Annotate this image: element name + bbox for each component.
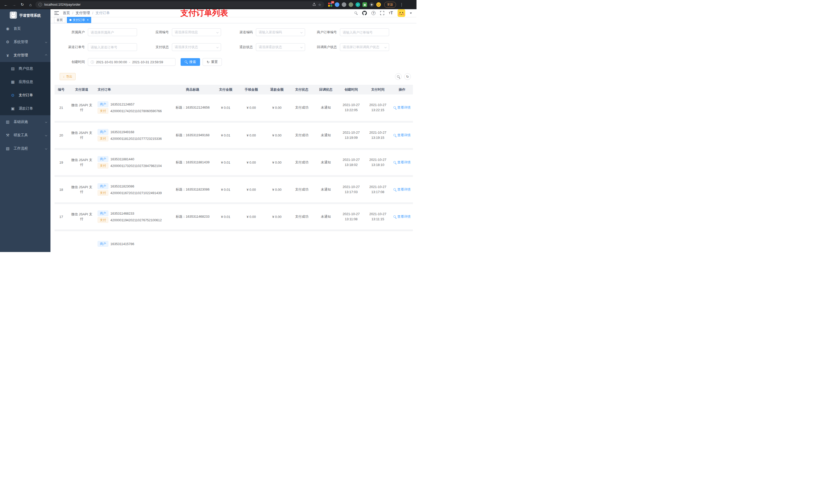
pay-order-icon: ⊙ — [10, 93, 15, 98]
search-button[interactable]: 搜索 — [181, 58, 200, 66]
browser-menu-dots-icon[interactable]: ⋮ — [398, 1, 405, 8]
cell-pay-status: 支付成功 — [290, 149, 314, 176]
cell-order: 商户1635311881440 支付4200001173202110272847… — [96, 149, 172, 176]
cell-title: 标题：1635311823086 — [172, 176, 213, 203]
merchant-tag: 商户 — [98, 211, 109, 216]
sidebar-item-refund-order[interactable]: ▣ 退款订单 — [0, 102, 50, 115]
col-pay-status: 支付状态 — [290, 85, 314, 95]
extension-check-icon[interactable]: ✓ — [356, 2, 360, 7]
reset-button[interactable]: ↻ 重置 — [203, 58, 222, 66]
tab-close-icon[interactable]: × — [87, 18, 89, 22]
browser-toolbar: ← → ↻ ⌂ i localhost:1024/pay/order ☆ 10 … — [0, 0, 416, 9]
view-detail-link[interactable]: 查看详情 — [394, 133, 411, 138]
view-detail-link[interactable]: 查看详情 — [394, 187, 411, 192]
filter-row-3: 创建时间 2021-10-01 00:00:00 - 2021-10-31 23… — [54, 58, 413, 66]
hide-search-button[interactable] — [395, 73, 402, 80]
merchant-input[interactable] — [88, 28, 137, 36]
cell-pay-amount: ¥ 0.01 — [213, 122, 238, 149]
user-avatar[interactable] — [398, 9, 405, 17]
date-range-picker[interactable]: 2021-10-01 00:00:00 - 2021-10-31 23:59:5… — [88, 58, 175, 66]
workflow-icon: ▧ — [5, 146, 10, 151]
chevron-down-icon — [45, 41, 47, 43]
extension-drop-icon[interactable] — [335, 2, 339, 7]
sidebar-item-workflow[interactable]: ▧ 工作流程 — [0, 142, 50, 155]
extension-badge: 10 — [331, 1, 334, 4]
sidebar-item-payment[interactable]: ¥ 支付管理 — [0, 49, 50, 62]
channel-order-no-label: 渠道订单号 — [54, 45, 88, 49]
profile-avatar-icon[interactable] — [376, 2, 381, 7]
sidebar-item-pay-order[interactable]: ⊙ 支付订单 — [0, 89, 50, 102]
cell-id: 19 — [54, 149, 68, 176]
col-action: 操作 — [391, 85, 413, 95]
merchant-tag: 商户 — [98, 156, 109, 162]
cell-pay-time: 2021-10-2713:17:08 — [364, 176, 391, 203]
export-button[interactable]: ↓ 导出 — [60, 73, 76, 80]
channel-code-select[interactable]: 请输入渠道编码 — [256, 28, 305, 36]
fullscreen-icon[interactable] — [380, 11, 384, 15]
back-icon[interactable]: ← — [3, 1, 9, 8]
avatar-caret-icon[interactable] — [410, 13, 412, 14]
view-detail-link[interactable]: 查看详情 — [394, 160, 411, 165]
address-bar[interactable]: i localhost:1024/pay/order ☆ — [35, 1, 324, 8]
cell-pay-status: 支付成功 — [290, 122, 314, 149]
reload-icon[interactable]: ↻ — [19, 1, 26, 8]
site-info-icon[interactable]: i — [39, 3, 42, 6]
sidebar-item-dashboard[interactable]: ◉ 首页 — [0, 22, 50, 35]
refresh-table-button[interactable]: ↻ — [404, 73, 411, 80]
tab-home[interactable]: 首页 — [54, 17, 65, 23]
github-icon[interactable] — [362, 11, 367, 15]
col-refund-amount: 退款金额 — [264, 85, 290, 95]
sidebar-item-app-info[interactable]: ▦ 应用信息 — [0, 75, 50, 89]
top-navbar: 首页 / 支付管理 / 支付订单 支付订单列表 ? — [50, 9, 416, 17]
cell-channel: 微信 JSAPI 支付 — [68, 95, 96, 122]
table-toolbar: ↓ 导出 ↻ — [54, 73, 413, 80]
search-icon[interactable] — [355, 11, 358, 15]
help-icon[interactable]: ? — [372, 11, 376, 15]
table-row: 21 微信 JSAPI 支付 商户1635312124657 支付4200001… — [54, 95, 413, 122]
orders-table: 编号 支付渠道 支付订单 商品标题 支付金额 手续金额 退款金额 支付状态 回调… — [54, 85, 413, 252]
sidebar-item-infrastructure[interactable]: ▥ 基础设施 — [0, 115, 50, 128]
extension-pin-icon[interactable]: ✚ — [370, 2, 374, 7]
merchant-tag: 商户 — [98, 241, 109, 247]
channel-order-no-input[interactable] — [88, 43, 137, 51]
pay-status-select[interactable]: 请选择支付状态 — [172, 43, 221, 51]
app-id-select[interactable]: 请选择应用信息 — [172, 28, 221, 36]
url-text[interactable]: localhost:1024/pay/order — [44, 3, 310, 6]
table-row: 20 微信 JSAPI 支付 商户1635311949168 支付4200001… — [54, 122, 413, 149]
hamburger-icon[interactable] — [50, 11, 63, 15]
home-icon[interactable]: ⌂ — [27, 1, 34, 8]
breadcrumb-home[interactable]: 首页 — [63, 11, 70, 15]
refresh-icon: ↻ — [207, 60, 210, 64]
bookmark-star-icon[interactable]: ☆ — [318, 3, 321, 7]
extension-olive-icon[interactable] — [349, 2, 353, 7]
cell-fee-amount: ¥ 0.00 — [238, 95, 264, 122]
update-button[interactable]: 更新 — [384, 2, 396, 8]
chevron-up-icon — [45, 54, 47, 56]
tags-view-bar: 首页 支付订单 × — [50, 17, 416, 23]
view-detail-link[interactable]: 查看详情 — [394, 214, 411, 219]
extension-gray-icon[interactable] — [342, 2, 346, 7]
cell-channel: 微信 JSAPI 支付 — [68, 149, 96, 176]
tab-pay-order[interactable]: 支付订单 × — [67, 17, 91, 23]
sidebar-item-devtools[interactable]: ⚒ 研发工具 — [0, 128, 50, 142]
extension-grid-icon[interactable]: 10 — [328, 2, 332, 7]
refund-status-select[interactable]: 请选择退款状态 — [256, 43, 305, 51]
extension-chat-icon[interactable]: ▣ — [362, 2, 367, 7]
table-row: 17 微信 JSAPI 支付 商户1635311468233 支付4200001… — [54, 203, 413, 230]
sidebar-item-merchant-info[interactable]: ▤ 商户信息 — [0, 62, 50, 75]
col-channel: 支付渠道 — [68, 85, 96, 95]
cell-notify-status: 未通知 — [314, 203, 338, 230]
share-icon[interactable] — [312, 3, 316, 7]
merchant-order-no-input[interactable] — [340, 28, 389, 36]
notify-status-select[interactable]: 请选择订单回调商户状态 — [340, 43, 389, 51]
breadcrumb-payment[interactable]: 支付管理 — [76, 11, 90, 15]
view-detail-link[interactable]: 查看详情 — [394, 105, 411, 110]
font-size-icon[interactable]: TT — [389, 11, 393, 15]
cell-refund-amount: ¥ 0.00 — [264, 176, 290, 203]
cell-refund-amount: ¥ 0.00 — [264, 149, 290, 176]
clock-icon — [91, 61, 94, 64]
forward-icon[interactable]: → — [11, 1, 18, 8]
sidebar-item-system[interactable]: ⚙ 系统管理 — [0, 35, 50, 49]
cell-id: 17 — [54, 203, 68, 230]
cell-action: 查看详情 — [391, 176, 413, 203]
